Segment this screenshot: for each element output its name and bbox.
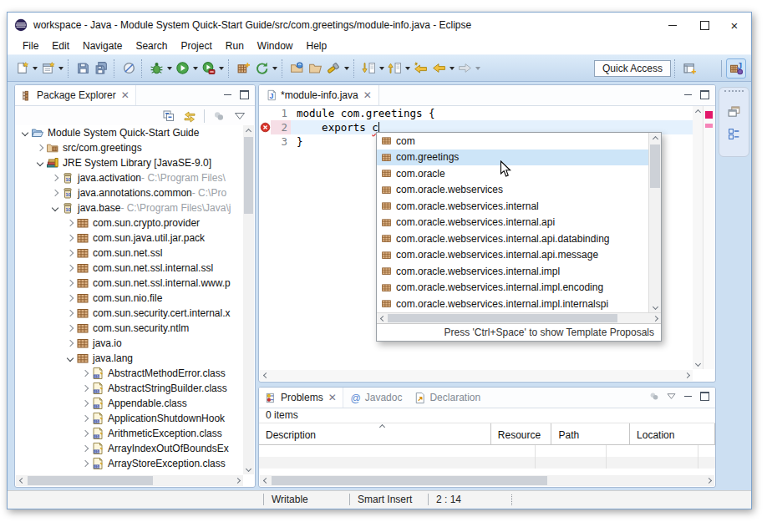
- close-icon[interactable]: ✕: [121, 89, 130, 101]
- menu-run[interactable]: Run: [219, 39, 251, 53]
- tree-item[interactable]: 10java.annotations.common - C:\Pro: [16, 185, 243, 200]
- minimize-button[interactable]: [659, 15, 686, 35]
- expand-arrow-icon[interactable]: [79, 371, 91, 376]
- column-description[interactable]: Description: [259, 423, 491, 444]
- back-dropdown[interactable]: [448, 59, 455, 78]
- search-dropdown[interactable]: [343, 59, 350, 78]
- debug-dropdown[interactable]: [165, 59, 173, 78]
- expand-arrow-icon[interactable]: [64, 281, 76, 286]
- tree-item[interactable]: 010ArrayStoreException.class: [16, 456, 243, 471]
- open-resource-button[interactable]: [306, 59, 324, 78]
- search-button[interactable]: [324, 59, 343, 78]
- undefined-button[interactable]: [698, 59, 717, 78]
- tree-item[interactable]: com.sun.java.util.jar.pack: [16, 231, 243, 246]
- collapse-arrow-icon[interactable]: [64, 356, 76, 361]
- close-icon[interactable]: ✕: [328, 392, 337, 403]
- scrollbar-thumb[interactable]: [272, 476, 547, 485]
- expand-arrow-icon[interactable]: [34, 145, 46, 150]
- scroll-right-icon[interactable]: [683, 370, 691, 381]
- column-location[interactable]: Location: [630, 423, 715, 444]
- expand-arrow-icon[interactable]: [79, 446, 91, 451]
- tab-package-explorer[interactable]: Package Explorer ✕: [15, 85, 136, 105]
- menu-navigate[interactable]: Navigate: [76, 39, 129, 53]
- new-java-project-dropdown[interactable]: [57, 59, 64, 78]
- expand-arrow-icon[interactable]: [64, 326, 76, 331]
- tree-item[interactable]: com.sun.net.ssl.internal.ssl: [16, 261, 243, 276]
- scroll-down-icon[interactable]: [243, 464, 254, 473]
- tree-item[interactable]: com.sun.nio.file: [16, 291, 243, 306]
- proposal-item[interactable]: com.oracle.webservices: [377, 182, 661, 199]
- link-with-editor-button[interactable]: [181, 108, 198, 124]
- view-menu-button[interactable]: [665, 390, 677, 402]
- next-annotation-button[interactable]: [359, 59, 378, 78]
- package-tree-vscrollbar[interactable]: [243, 125, 254, 474]
- tab-declaration[interactable]: Declaration: [408, 388, 486, 408]
- tree-item[interactable]: 10java.base - C:\Program Files\Java\j: [16, 200, 243, 215]
- next-annotation-dropdown[interactable]: [378, 59, 385, 78]
- tree-item[interactable]: com.sun.security.ntlm: [16, 321, 243, 336]
- expand-arrow-icon[interactable]: [79, 386, 91, 391]
- tree-item[interactable]: 010ApplicationShutdownHook: [16, 411, 243, 426]
- tree-item[interactable]: 10java.activation - C:\Program Files\: [16, 170, 243, 185]
- collapse-arrow-icon[interactable]: [19, 130, 31, 135]
- expand-arrow-icon[interactable]: [64, 296, 76, 301]
- tree-item[interactable]: java.io: [16, 336, 243, 351]
- run-dropdown[interactable]: [191, 59, 199, 78]
- expand-arrow-icon[interactable]: [64, 341, 76, 346]
- tab-javadoc[interactable]: @Javadoc: [343, 388, 409, 408]
- scroll-right-icon[interactable]: [233, 475, 241, 486]
- tree-item[interactable]: com.sun.crypto.provider: [16, 215, 243, 231]
- popup-hscrollbar[interactable]: [377, 312, 661, 323]
- run-external-tools-button[interactable]: [199, 59, 217, 78]
- expand-arrow-icon[interactable]: [79, 416, 91, 421]
- save-all-button[interactable]: [92, 59, 110, 78]
- scroll-left-icon[interactable]: [262, 370, 270, 381]
- back-button[interactable]: [429, 59, 448, 78]
- last-edit-location-button[interactable]: [411, 59, 429, 78]
- scrollbar-thumb[interactable]: [650, 144, 660, 188]
- column-path[interactable]: Path: [551, 423, 630, 444]
- scrollbar-thumb[interactable]: [244, 137, 253, 214]
- scroll-right-icon[interactable]: [704, 475, 713, 486]
- tree-item[interactable]: com.sun.net.ssl.internal.www.p: [16, 276, 243, 291]
- refresh-button[interactable]: [252, 59, 271, 78]
- expand-arrow-icon[interactable]: [64, 311, 76, 316]
- proposal-item[interactable]: com.oracle: [377, 165, 661, 182]
- proposal-item[interactable]: com: [377, 133, 661, 149]
- drag-handle[interactable]: [724, 90, 744, 99]
- save-button[interactable]: [74, 59, 92, 78]
- error-icon[interactable]: [260, 122, 271, 133]
- column-resource[interactable]: Resource: [491, 423, 552, 444]
- table-row[interactable]: [259, 445, 715, 457]
- problems-hscrollbar[interactable]: [260, 475, 714, 486]
- table-row[interactable]: [259, 457, 715, 469]
- menu-window[interactable]: Window: [251, 39, 300, 53]
- popup-vscrollbar[interactable]: [648, 133, 661, 312]
- scroll-left-icon[interactable]: [18, 475, 26, 486]
- tree-item[interactable]: java.lang: [16, 351, 243, 366]
- proposal-item[interactable]: com.oracle.webservices.internal.impl: [377, 263, 661, 280]
- tree-item[interactable]: com.sun.security.cert.internal.x: [16, 306, 243, 321]
- open-type-button[interactable]: [287, 59, 306, 78]
- menu-help[interactable]: Help: [300, 39, 334, 53]
- expand-arrow-icon[interactable]: [49, 175, 61, 180]
- scrollbar-thumb[interactable]: [28, 476, 153, 485]
- restore-view-button[interactable]: [724, 101, 744, 121]
- problems-table-body[interactable]: [259, 445, 715, 469]
- refresh-dropdown[interactable]: [271, 59, 278, 78]
- menu-project[interactable]: Project: [174, 39, 218, 53]
- collapse-arrow-icon[interactable]: [34, 160, 46, 165]
- tab-module-info-java[interactable]: J *module-info.java ✕: [259, 85, 379, 105]
- tree-item[interactable]: 010ArithmeticException.class: [16, 426, 243, 441]
- previous-annotation-button[interactable]: [385, 59, 404, 78]
- error-marker[interactable]: [705, 111, 713, 119]
- overview-ruler[interactable]: [703, 106, 714, 369]
- view-maximize-button[interactable]: [698, 390, 710, 402]
- skip-all-breakpoints-button[interactable]: [119, 59, 138, 78]
- tree-item[interactable]: JRE System Library [JavaSE-9.0]: [16, 155, 243, 170]
- proposal-item[interactable]: com.greetings: [377, 149, 661, 166]
- proposal-item[interactable]: com.oracle.webservices.internal.impl.enc…: [377, 280, 661, 296]
- new-button[interactable]: [13, 59, 31, 78]
- title-bar[interactable]: workspace - Java - Module System Quick-S…: [8, 13, 751, 38]
- proposal-item[interactable]: com.oracle.webservices.internal.impl.int…: [377, 296, 661, 312]
